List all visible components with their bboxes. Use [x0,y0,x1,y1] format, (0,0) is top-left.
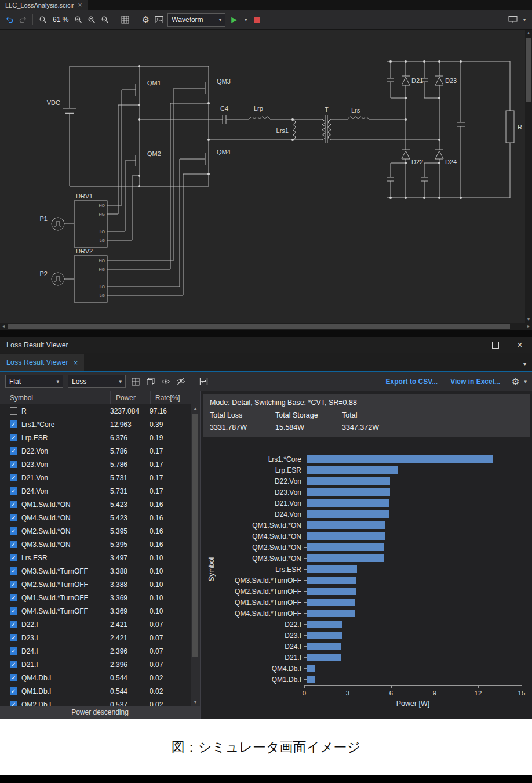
row-checkbox[interactable]: ✓ [10,594,17,601]
row-checkbox[interactable]: ✓ [10,447,17,455]
viewer-titlebar[interactable]: Loss Result Viewer × [0,337,532,353]
chart-category-label: D24.I [216,643,304,651]
cascade-view-icon[interactable] [145,376,156,387]
cell-rate: 0.02 [150,701,191,706]
schematic-canvas[interactable]: VDCQM1QM2QM3QM4C4LrpLrs1TLrsD21D23D22D24… [0,30,532,323]
table-row[interactable]: ✓Lrs.ESR3.4970.10 [0,551,191,564]
row-checkbox[interactable]: ✓ [10,581,17,588]
row-checkbox[interactable] [10,407,17,415]
row-checkbox[interactable]: ✓ [10,554,17,561]
table-vertical-scrollbar[interactable]: ▴ ▾ [191,404,200,706]
chart-bar-row: D24.I [216,641,522,652]
display-mode-chevron-icon[interactable]: ▾ [522,15,527,24]
table-row[interactable]: ✓QM1.Sw.Id.*ON5.4230.16 [0,498,191,511]
result-type-select[interactable]: Loss ▾ [68,375,126,388]
column-header-power[interactable]: Power [111,392,151,404]
table-row[interactable]: ✓D23.I2.4210.07 [0,631,191,644]
table-row[interactable]: ✓D21.Von5.7310.17 [0,471,191,484]
settings-chevron-icon[interactable]: ▾ [524,379,527,385]
scroll-left-icon[interactable]: ◂ [0,323,7,330]
row-checkbox[interactable]: ✓ [10,674,17,682]
editor-tab[interactable]: LLC_LossAnalysis.scicir × [0,0,88,10]
row-checkbox[interactable]: ✓ [10,527,17,535]
horizontal-scroll-thumb[interactable] [8,324,510,329]
fit-columns-icon[interactable] [198,376,209,387]
canvas-vertical-scrollbar[interactable]: ▴ ▾ [525,30,532,323]
view-select[interactable]: Waveform ▾ [167,13,225,27]
tile-view-icon[interactable] [130,376,141,387]
row-checkbox[interactable]: ✓ [10,687,17,695]
row-checkbox[interactable]: ✓ [10,647,17,655]
hide-all-eye-off-icon[interactable] [176,376,186,387]
zoom-selection-icon[interactable] [87,15,96,24]
redo-icon[interactable] [18,15,27,24]
table-row[interactable]: ✓QM2.Sw.Id.*ON5.3950.16 [0,524,191,538]
zoom-in-icon[interactable] [74,15,83,24]
table-row[interactable]: ✓QM2.Db.I0.5370.02 [0,698,191,706]
row-checkbox[interactable]: ✓ [10,461,17,468]
row-checkbox[interactable]: ✓ [10,634,17,641]
row-checkbox[interactable]: ✓ [10,474,17,481]
column-header-rate[interactable]: Rate[%] [151,394,200,402]
zoom-icon[interactable] [38,15,48,24]
row-checkbox[interactable]: ✓ [10,607,17,615]
row-checkbox[interactable]: ✓ [10,420,17,428]
table-row[interactable]: ✓QM4.Sw.Id.*TurnOFF3.3690.10 [0,604,191,618]
table-row[interactable]: ✓D24.Von5.7310.17 [0,484,191,498]
table-row[interactable]: ✓QM2.Sw.Id.*TurnOFF3.3880.10 [0,578,191,591]
scroll-down-icon[interactable]: ▾ [525,316,532,323]
row-checkbox[interactable]: ✓ [10,541,17,548]
grid-icon[interactable] [121,15,130,24]
scroll-up-icon[interactable]: ▴ [191,404,200,412]
table-row[interactable]: ✓D24.I2.3960.07 [0,644,191,658]
table-row[interactable]: ✓QM1.Sw.Id.*TurnOFF3.3690.10 [0,591,191,604]
table-row[interactable]: ✓Lrs1.*Core12.9630.39 [0,418,191,431]
canvas-horizontal-scrollbar[interactable]: ◂ ▸ [0,323,532,330]
row-checkbox[interactable]: ✓ [10,434,17,441]
viewer-settings-gear-icon[interactable]: ⚙ [512,376,519,387]
tab-list-chevron-icon[interactable]: ▾ [523,361,526,367]
view-mode-select[interactable]: Flat ▾ [5,375,63,388]
table-row[interactable]: ✓QM3.Sw.Id.*ON5.3950.16 [0,538,191,551]
table-row[interactable]: ✓QM1.Db.I0.5440.02 [0,684,191,698]
row-checkbox[interactable]: ✓ [10,567,17,575]
scroll-down-icon[interactable]: ▾ [191,698,200,706]
settings-gear-icon[interactable]: ⚙ [141,15,150,24]
image-export-icon[interactable] [154,15,163,24]
close-button[interactable]: × [508,337,532,353]
table-row[interactable]: ✓QM4.Db.I0.5440.02 [0,671,191,684]
undo-icon[interactable] [5,15,14,24]
maximize-button[interactable] [483,337,508,353]
column-header-symbol[interactable]: Symbol [0,392,111,404]
table-row[interactable]: ✓QM4.Sw.Id.*ON5.4230.16 [0,511,191,524]
scroll-right-icon[interactable]: ▸ [525,323,532,330]
run-button[interactable]: ▶ [229,15,239,24]
display-mode-icon[interactable] [508,15,518,24]
scroll-up-icon[interactable]: ▴ [525,30,532,37]
view-in-excel-link[interactable]: View in Excel... [450,378,500,386]
tab-close-icon[interactable]: × [78,2,82,9]
table-row[interactable]: R3237.08497.16 [0,404,191,418]
table-row[interactable]: ✓D21.I2.3960.07 [0,658,191,671]
row-checkbox[interactable]: ✓ [10,501,17,508]
table-row[interactable]: ✓D22.Von5.7860.17 [0,444,191,458]
row-checkbox[interactable]: ✓ [10,701,17,706]
stop-button[interactable] [253,15,262,24]
vertical-scroll-thumb[interactable] [526,38,531,102]
table-row[interactable]: ✓D22.I2.4210.07 [0,618,191,631]
export-to-csv-link[interactable]: Export to CSV... [386,378,438,386]
row-checkbox[interactable]: ✓ [10,487,17,495]
table-row[interactable]: ✓Lrp.ESR6.3760.19 [0,431,191,444]
table-row[interactable]: ✓D23.Von5.7860.17 [0,458,191,471]
tab-close-icon[interactable]: × [74,358,78,367]
table-row[interactable]: ✓QM3.Sw.Id.*TurnOFF3.3880.10 [0,564,191,578]
table-scroll-thumb[interactable] [192,414,198,657]
run-options-chevron-icon[interactable]: ▾ [243,15,249,24]
chart-bar [307,532,385,540]
row-checkbox[interactable]: ✓ [10,621,17,628]
viewer-tab[interactable]: Loss Result Viewer × [0,354,84,371]
show-all-eye-icon[interactable] [161,376,171,387]
row-checkbox[interactable]: ✓ [10,514,17,521]
row-checkbox[interactable]: ✓ [10,661,17,668]
zoom-fit-icon[interactable] [100,15,110,24]
